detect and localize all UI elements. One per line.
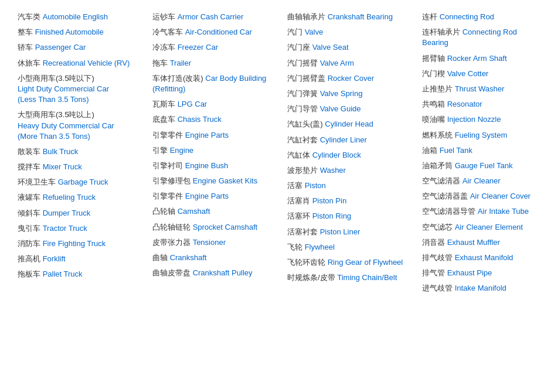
english-text[interactable]: Pallet Truck (43, 270, 83, 278)
list-item: 燃料系统 Fueling System (422, 130, 545, 141)
list-item: 散装车 Bulk Truck (18, 146, 141, 157)
english-text[interactable]: Cylinder Block (312, 151, 361, 159)
list-item: 汽门摇臂 Valve Arm (287, 58, 410, 69)
english-text[interactable]: Passenger Car (35, 43, 86, 52)
chinese-text: 空气滤清器 (422, 176, 463, 185)
list-item: 引擎衬司 Engine Bush (152, 161, 276, 171)
english-text[interactable]: Thrust Washer (455, 84, 505, 93)
english-text[interactable]: Rocker Cover (328, 74, 374, 83)
english-text[interactable]: Crankshaft (170, 253, 207, 262)
chinese-text: 汽车类 (18, 12, 43, 21)
english-text[interactable]: Dumper Truck (43, 209, 91, 217)
english-text[interactable]: Engine Gasket Kits (193, 176, 258, 185)
english-text[interactable]: Mixer Truck (43, 162, 82, 171)
english-text[interactable]: Valve Guide (320, 104, 361, 113)
list-item: 曲轴皮带盘 Crankshaft Pulley (152, 268, 276, 278)
english-text[interactable]: Sprocket Camshaft (193, 223, 258, 231)
english-text[interactable]: Valve Spring (320, 89, 363, 98)
english-text[interactable]: Piston Liner (320, 227, 361, 236)
english-text[interactable]: Camshaft (178, 207, 210, 216)
english-text[interactable]: Valve Cotter (447, 69, 489, 78)
list-item: 引擎零件 Engine Parts (152, 191, 276, 202)
chinese-text: 摇臂轴 (422, 54, 447, 63)
list-item: 连杆 Connecting Rod (422, 12, 545, 22)
english-text[interactable]: Automobile English (43, 12, 108, 21)
english-text[interactable]: Forklift (43, 254, 66, 263)
english-text-cont[interactable]: Light Duty Commercial Car (18, 84, 109, 93)
english-text[interactable]: Refueling Truck (43, 193, 96, 202)
english-text[interactable]: Engine Parts (185, 192, 229, 200)
english-text[interactable]: Engine (170, 146, 193, 155)
list-item: 汽车类 Automobile English (18, 12, 141, 22)
english-text[interactable]: Air-Conditioned Car (185, 28, 252, 36)
chinese-text: 排气管 (422, 268, 447, 277)
english-text[interactable]: LPG Car (178, 100, 208, 108)
english-text[interactable]: Air Cleaner Cover (470, 192, 531, 200)
english-text[interactable]: Flywheel (305, 243, 335, 251)
english-text[interactable]: Tractor Truck (43, 224, 87, 233)
english-text[interactable]: Fire Fighting Truck (43, 239, 106, 248)
english-text[interactable]: Cylinder Liner (320, 135, 367, 144)
english-text[interactable]: Connecting Rod (440, 12, 494, 21)
english-text[interactable]: Finished Automobile (35, 28, 104, 36)
list-item: 活塞肖 Piston Pin (287, 196, 410, 206)
english-text[interactable]: Chasis Truck (178, 115, 222, 124)
english-text[interactable]: Valve Arm (320, 59, 354, 67)
english-text[interactable]: Crankshaft Pulley (193, 268, 253, 277)
english-text[interactable]: Exhaust Manifold (455, 253, 514, 262)
english-text[interactable]: Gauge Fuel Tank (455, 161, 513, 170)
chinese-text: 燃料系统 (422, 131, 455, 139)
english-text[interactable]: Piston (305, 181, 326, 190)
english-text[interactable]: Fueling System (455, 131, 508, 139)
english-text[interactable]: Car Body Building (205, 74, 266, 83)
english-text[interactable]: Crankshaft Bearing (328, 12, 393, 21)
english-text[interactable]: Timing Chain/Belt (337, 273, 397, 282)
english-text[interactable]: Engine Bush (185, 161, 229, 170)
english-text[interactable]: Engine Parts (185, 131, 229, 139)
english-text[interactable]: Ring Gear of Flywheel (328, 258, 403, 267)
english-text-cont[interactable]: (Less Than 3.5 Tons) (18, 95, 89, 104)
english-text[interactable]: Air Intake Tube (478, 207, 529, 216)
english-text[interactable]: Resonator (447, 100, 482, 108)
chinese-text: 休旅车 (18, 59, 43, 67)
chinese-text: 油箱 (422, 146, 440, 155)
english-text[interactable]: Rocker Arm Shaft (447, 54, 507, 63)
list-item: 消音器 Exhaust Muffler (422, 237, 545, 248)
english-text[interactable]: Tensioner (193, 238, 226, 247)
list-item: 汽门摇臂盖 Rocker Cover (287, 73, 410, 84)
english-text[interactable]: Washer (320, 166, 346, 175)
chinese-text: 汽门楔 (422, 69, 447, 78)
english-text[interactable]: Intake Manifold (455, 284, 507, 292)
chinese-text: 消防车 (18, 239, 43, 248)
english-text-cont[interactable]: (Refitting) (152, 84, 185, 93)
english-text[interactable]: Piston Ring (312, 212, 351, 220)
english-text[interactable]: Piston Pin (312, 196, 347, 205)
english-text[interactable]: Exhaust Pipe (447, 268, 492, 277)
english-text[interactable]: Recreational Vehicle (RV) (43, 59, 130, 67)
chinese-text: 冷气客车 (152, 28, 185, 36)
chinese-text: 曲轴皮带盘 (152, 268, 193, 277)
list-item: 空气滤清器盖 Air Cleaner Cover (422, 191, 545, 202)
chinese-text: 倾斜车 (18, 209, 43, 217)
english-text[interactable]: Air Cleaner (463, 176, 501, 185)
english-text[interactable]: Bulk Truck (43, 147, 79, 156)
english-text[interactable]: Injection Nozzle (447, 115, 501, 124)
english-text-cont[interactable]: Heavy Duty Commercial Car (18, 121, 114, 130)
english-text-cont[interactable]: (More Than 3.5 Tons) (18, 132, 90, 141)
english-text[interactable]: Exhaust Muffler (447, 238, 500, 247)
english-text[interactable]: Armor Cash Carrier (178, 12, 244, 21)
list-item: 空气滤清器 Air Cleaner (422, 176, 545, 186)
english-text[interactable]: Fuel Tank (440, 146, 473, 155)
english-text[interactable]: Valve Seat (312, 43, 349, 52)
list-item: 连杆轴承片 Connecting Rod Bearing (422, 27, 545, 48)
chinese-text: 汽门摇臂 (287, 59, 320, 67)
chinese-text: 轿车 (18, 43, 35, 52)
english-text[interactable]: Trailer (170, 59, 191, 67)
chinese-text: 大型商用车(3.5吨以上) (18, 110, 94, 119)
english-text[interactable]: Freezer Car (178, 43, 218, 52)
english-text[interactable]: Air Cleaner Element (455, 223, 523, 231)
english-text[interactable]: Garbage Truck (58, 178, 108, 186)
english-text[interactable]: Valve (305, 28, 324, 36)
english-text[interactable]: Cylinder Head (325, 120, 373, 128)
chinese-text: 消音器 (422, 238, 447, 247)
